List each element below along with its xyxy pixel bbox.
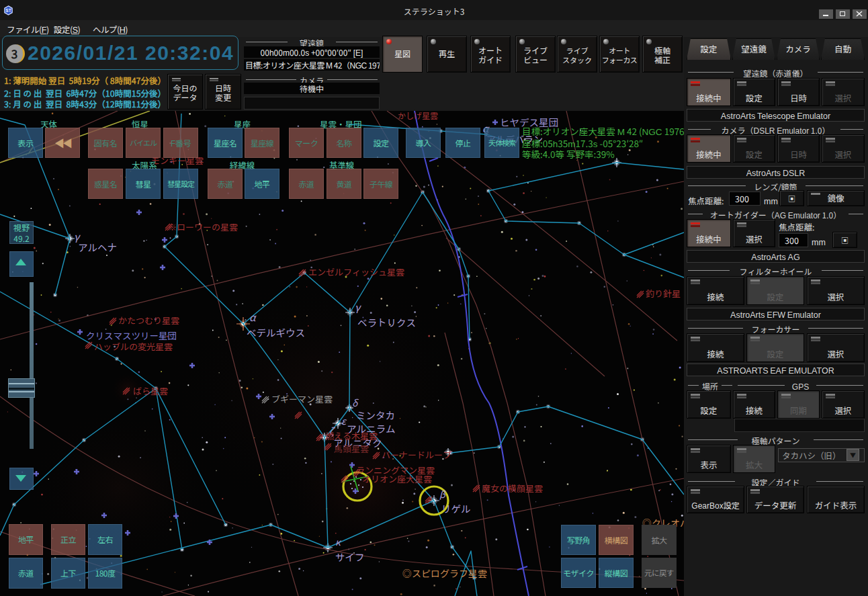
svg-text:ブギーマン星雲: ブギーマン星雲 <box>271 392 333 405</box>
svg-text:等級:4.0等 写野率:39%: 等級:4.0等 写野率:39% <box>522 147 615 161</box>
svg-text:馬頭星雲: 馬頭星雲 <box>334 442 369 455</box>
svg-text:バーナードループ: バーナードループ <box>382 448 451 461</box>
svg-text:◎スピログラフ星雲: ◎スピログラフ星雲 <box>402 566 487 580</box>
svg-text:目標:オリオン座大星雲 M 42 (NGC 1976, SH: 目標:オリオン座大星雲 M 42 (NGC 1976, SH <box>522 124 684 138</box>
svg-text:ベラトリクス: ベラトリクス <box>357 315 416 329</box>
svg-text:アルヘナ: アルヘナ <box>78 240 117 254</box>
svg-text:オリオン座大星雲: オリオン座大星雲 <box>362 472 432 485</box>
svg-text:α: α <box>249 310 257 324</box>
svg-text:魔女の横顔星雲: 魔女の横顔星雲 <box>482 482 543 495</box>
svg-text:ベテルギウス: ベテルギウス <box>247 325 305 339</box>
svg-text:かしげ星雲: かしげ星雲 <box>398 111 438 121</box>
svg-text:ばら星雲: ばら星雲 <box>133 384 168 397</box>
svg-text:リゲル: リゲル <box>441 501 471 515</box>
svg-text:エンゼルフィッシュ星雲: エンゼルフィッシュ星雲 <box>308 265 404 278</box>
svg-text:かたつむり星雲: かたつむり星雲 <box>118 314 179 327</box>
svg-text:β: β <box>439 487 446 501</box>
svg-text:ハッブルの変光星雲: ハッブルの変光星雲 <box>94 340 173 353</box>
svg-text:ミンタカ: ミンタカ <box>356 408 395 422</box>
svg-text:燃える木星雲: 燃える木星雲 <box>325 429 378 442</box>
svg-text:サイフ: サイフ <box>335 550 365 564</box>
svg-text:釣り針星: 釣り針星 <box>646 287 681 300</box>
svg-text:※ローワーの星雲: ※ローワーの星雲 <box>168 220 238 233</box>
